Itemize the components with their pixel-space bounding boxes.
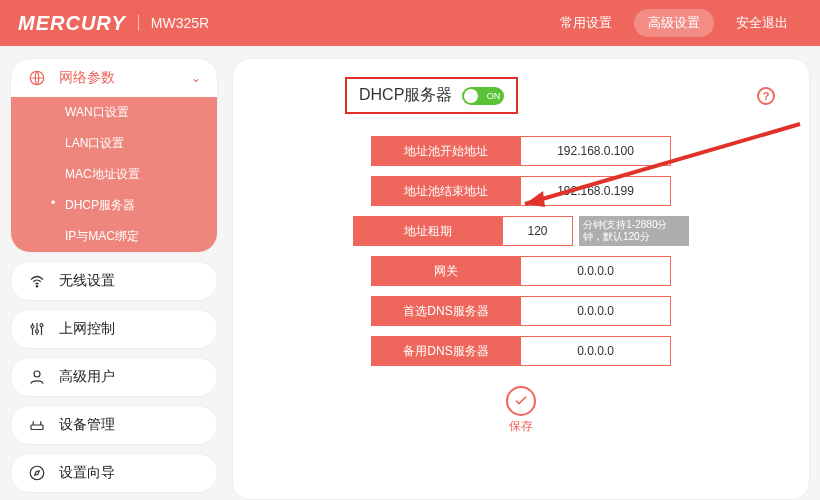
svg-point-7 <box>30 466 44 480</box>
save-label: 保存 <box>509 418 533 435</box>
input-start[interactable] <box>521 136 671 166</box>
svg-point-2 <box>31 325 34 328</box>
input-lease[interactable] <box>503 216 573 246</box>
sidebar-item-ipmac[interactable]: IP与MAC绑定 <box>11 221 217 252</box>
sidebar-item-mac[interactable]: MAC地址设置 <box>11 159 217 190</box>
main-panel: DHCP服务器 ON ? 地址池开始地址 地址池结束地址 地址租期 分钟(支持1… <box>232 58 810 500</box>
input-gateway[interactable] <box>521 256 671 286</box>
row-start: 地址池开始地址 <box>371 136 671 166</box>
sidebar-item-dhcp[interactable]: DHCP服务器 <box>11 190 217 221</box>
row-gateway: 网关 <box>371 256 671 286</box>
sidebar-network-submenu: WAN口设置 LAN口设置 MAC地址设置 DHCP服务器 IP与MAC绑定 <box>11 97 217 252</box>
svg-point-5 <box>34 371 40 377</box>
label-dns2: 备用DNS服务器 <box>371 336 521 366</box>
sidebar-network-label: 网络参数 <box>59 69 115 87</box>
row-dns2: 备用DNS服务器 <box>371 336 671 366</box>
svg-rect-6 <box>31 425 43 430</box>
label-gateway: 网关 <box>371 256 521 286</box>
save-button[interactable]: 保存 <box>506 386 536 435</box>
panel-title-row: DHCP服务器 ON ? <box>345 77 787 114</box>
nav-common[interactable]: 常用设置 <box>546 9 626 37</box>
sidebar-advuser[interactable]: 高级用户 <box>10 357 218 397</box>
user-icon <box>27 368 47 386</box>
chevron-down-icon: ⌄ <box>191 71 201 85</box>
compass-icon <box>27 464 47 482</box>
header: MERCURY MW325R 常用设置 高级设置 安全退出 <box>0 0 820 46</box>
sidebar-wireless-label: 无线设置 <box>59 272 115 290</box>
input-end[interactable] <box>521 176 671 206</box>
panel-title: DHCP服务器 <box>359 85 452 106</box>
sliders-icon <box>27 320 47 338</box>
row-dns1: 首选DNS服务器 <box>371 296 671 326</box>
sidebar-item-wan[interactable]: WAN口设置 <box>11 97 217 128</box>
svg-point-3 <box>36 330 39 333</box>
sidebar-device-label: 设备管理 <box>59 416 115 434</box>
label-lease: 地址租期 <box>353 216 503 246</box>
sidebar-item-lan[interactable]: LAN口设置 <box>11 128 217 159</box>
sidebar-wireless[interactable]: 无线设置 <box>10 261 218 301</box>
nav-advanced[interactable]: 高级设置 <box>634 9 714 37</box>
model-label: MW325R <box>138 15 209 31</box>
globe-icon <box>27 69 47 87</box>
router-icon <box>27 416 47 434</box>
row-end: 地址池结束地址 <box>371 176 671 206</box>
wifi-icon <box>27 272 47 290</box>
brand-logo: MERCURY <box>18 12 126 35</box>
lease-hint: 分钟(支持1-2880分钟，默认120分 <box>579 216 689 246</box>
sidebar-advuser-label: 高级用户 <box>59 368 115 386</box>
sidebar-device[interactable]: 设备管理 <box>10 405 218 445</box>
top-nav: 常用设置 高级设置 安全退出 <box>546 9 802 37</box>
panel-title-box: DHCP服务器 ON <box>345 77 518 114</box>
input-dns1[interactable] <box>521 296 671 326</box>
sidebar-control-label: 上网控制 <box>59 320 115 338</box>
dhcp-switch[interactable]: ON <box>462 87 504 105</box>
check-icon <box>506 386 536 416</box>
sidebar-wizard[interactable]: 设置向导 <box>10 453 218 493</box>
label-end: 地址池结束地址 <box>371 176 521 206</box>
label-dns1: 首选DNS服务器 <box>371 296 521 326</box>
help-icon[interactable]: ? <box>757 87 775 105</box>
sidebar-network: 网络参数 ⌄ WAN口设置 LAN口设置 MAC地址设置 DHCP服务器 IP与… <box>10 58 218 253</box>
svg-point-4 <box>40 324 43 327</box>
row-lease: 地址租期 分钟(支持1-2880分钟，默认120分 <box>353 216 689 246</box>
sidebar-control[interactable]: 上网控制 <box>10 309 218 349</box>
sidebar-wizard-label: 设置向导 <box>59 464 115 482</box>
sidebar-network-head[interactable]: 网络参数 ⌄ <box>11 59 217 97</box>
label-start: 地址池开始地址 <box>371 136 521 166</box>
form-rows: 地址池开始地址 地址池结束地址 地址租期 分钟(支持1-2880分钟，默认120… <box>255 136 787 435</box>
input-dns2[interactable] <box>521 336 671 366</box>
nav-logout[interactable]: 安全退出 <box>722 9 802 37</box>
sidebar: 网络参数 ⌄ WAN口设置 LAN口设置 MAC地址设置 DHCP服务器 IP与… <box>10 58 218 500</box>
svg-point-1 <box>36 286 38 288</box>
